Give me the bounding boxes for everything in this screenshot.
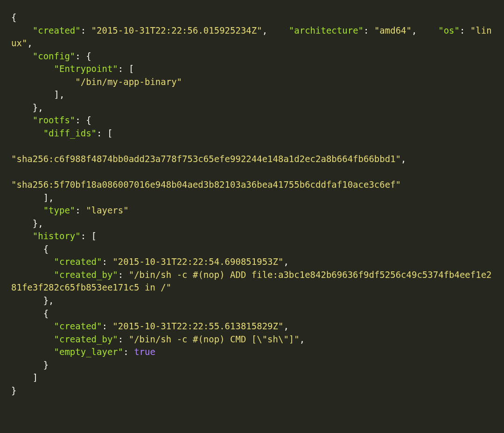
json-key: "config"	[33, 51, 76, 61]
json-key: "empty_layer"	[54, 347, 124, 357]
json-string: "layers"	[86, 205, 129, 215]
json-string: "sha256:5f70bf18a086007016e948b04aed3b82…	[11, 179, 401, 190]
json-string: "/bin/my-app-binary"	[75, 77, 182, 87]
json-key: "rootfs"	[33, 115, 76, 125]
json-key: "type"	[43, 205, 76, 215]
json-key: "created"	[54, 256, 102, 267]
json-key: "created_by"	[54, 334, 118, 344]
json-key: "created"	[33, 25, 81, 35]
json-key: "Entrypoint"	[54, 64, 118, 74]
json-string: "2015-10-31T22:22:56.015925234Z"	[91, 25, 262, 35]
json-key: "created"	[54, 321, 102, 331]
json-string: "/bin/sh -c #(nop) CMD [\"sh\"]"	[129, 334, 300, 344]
json-string: "2015-10-31T22:22:55.613815829Z"	[112, 321, 283, 331]
json-bool: true	[134, 347, 155, 357]
json-key: "os"	[438, 25, 460, 35]
json-string: "amd64"	[374, 25, 412, 35]
json-key: "created_by"	[54, 270, 118, 280]
json-string: "2015-10-31T22:22:54.690851953Z"	[112, 256, 283, 267]
json-key: "architecture"	[289, 25, 364, 35]
code-block: { "created": "2015-10-31T22:22:56.015925…	[11, 11, 493, 397]
json-key: "diff_ids"	[43, 128, 97, 138]
json-key: "history"	[33, 231, 81, 241]
json-string: "sha256:c6f988f4874bb0add23a778f753c65ef…	[11, 154, 401, 164]
